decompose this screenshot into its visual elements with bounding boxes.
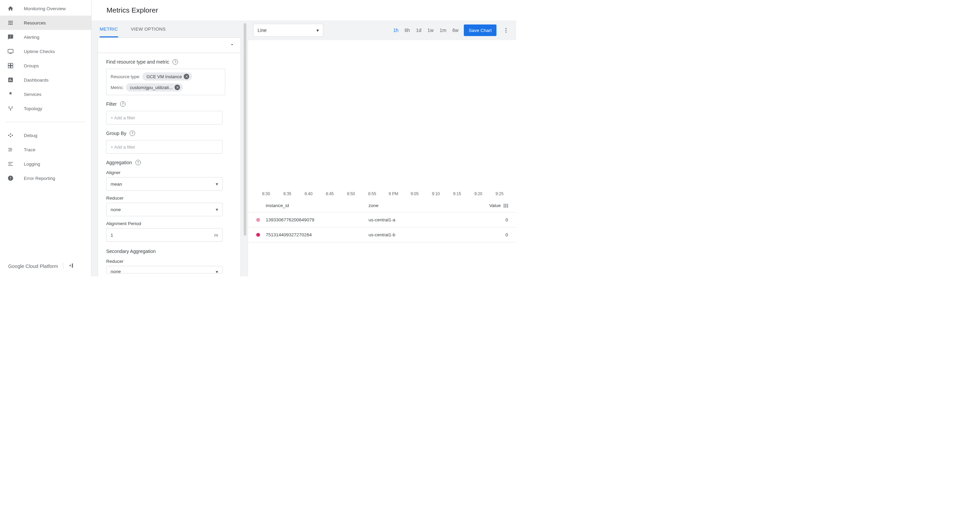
aligner-select[interactable]: mean ▾ xyxy=(106,177,223,191)
sidebar-item-label: Resources xyxy=(24,21,46,25)
col-zone[interactable]: zone xyxy=(369,203,484,208)
groupby-input[interactable]: + Add a filter xyxy=(106,140,223,154)
sidebar-item-label: Topology xyxy=(24,106,42,111)
svg-point-5 xyxy=(506,32,507,33)
config-panel: METRIC VIEW OPTIONS Find resource type a… xyxy=(92,21,243,276)
sidebar-item-label: Groups xyxy=(24,63,39,68)
sidebar-item-alerting[interactable]: Alerting xyxy=(0,30,91,44)
sidebar-item-groups[interactable]: Groups xyxy=(0,59,91,73)
gcp-brand: Google Cloud Platform xyxy=(8,263,58,269)
help-icon[interactable]: ? xyxy=(172,59,178,65)
sidebar-item-topology[interactable]: Topology xyxy=(0,102,91,116)
chevron-up-icon xyxy=(230,42,234,48)
remove-chip-icon[interactable]: ✕ xyxy=(184,74,189,79)
sidebar-footer: Google Cloud Platform xyxy=(0,262,91,276)
sidebar-item-monitoring-overview[interactable]: Monitoring Overview xyxy=(0,2,91,16)
sidebar-item-label: Uptime Checks xyxy=(24,49,55,54)
time-range-1h[interactable]: 1h xyxy=(393,27,398,33)
chevron-down-icon: ▾ xyxy=(216,269,218,273)
sidebar-item-resources[interactable]: Resources xyxy=(0,16,91,30)
aligner-label: Aligner xyxy=(106,170,232,175)
svg-point-2 xyxy=(10,109,11,111)
time-range-1w[interactable]: 1w xyxy=(427,27,434,33)
sidebar-item-error-reporting[interactable]: Error Reporting xyxy=(0,171,91,185)
save-chart-button[interactable]: Save Chart xyxy=(464,24,496,36)
help-icon[interactable]: ? xyxy=(135,160,141,165)
secondary-reducer-select[interactable]: none ▾ xyxy=(106,266,223,273)
divider xyxy=(5,122,86,122)
secondary-reducer-label: Reducer xyxy=(106,259,232,264)
secondary-aggregation-label: Secondary Aggregation xyxy=(106,249,232,254)
help-icon[interactable]: ? xyxy=(130,130,135,136)
sidebar-item-services[interactable]: Services xyxy=(0,87,91,102)
sidebar-item-label: Monitoring Overview xyxy=(24,6,66,11)
groupby-label: Group By xyxy=(106,130,126,136)
reducer-select[interactable]: none ▾ xyxy=(106,203,223,216)
svg-point-4 xyxy=(506,30,507,31)
legend-table: instance_id zone Value 13933067762006490… xyxy=(248,199,516,243)
alignment-period-input[interactable]: 1 m xyxy=(106,228,223,242)
more-menu-icon[interactable] xyxy=(501,27,511,33)
metric-label: Metric: xyxy=(111,85,124,90)
find-metric-label: Find resource type and metric xyxy=(106,59,169,65)
sidebar-item-debug[interactable]: Debug xyxy=(0,128,91,143)
alignment-period-label: Alignment Period xyxy=(106,221,232,226)
collapse-sidebar-icon[interactable] xyxy=(68,262,74,270)
card-collapse-toggle[interactable] xyxy=(98,38,240,53)
svg-point-0 xyxy=(8,106,10,108)
sidebar: Monitoring Overview Resources Alerting U… xyxy=(0,0,92,276)
chevron-down-icon: ▾ xyxy=(216,207,218,212)
sidebar-item-label: Dashboards xyxy=(24,78,49,82)
filter-label: Filter xyxy=(106,102,117,107)
help-icon[interactable]: ? xyxy=(120,102,126,107)
series-color-dot xyxy=(256,218,260,222)
columns-icon[interactable] xyxy=(504,204,508,208)
legend-row[interactable]: 1393306776200649079 us-central1-a 0 xyxy=(248,212,516,227)
chevron-down-icon: ▾ xyxy=(216,181,218,187)
legend-row[interactable]: 751314409327270264 us-central1-b 0 xyxy=(248,227,516,243)
alert-icon xyxy=(8,34,24,40)
sidebar-item-label: Logging xyxy=(24,162,40,167)
scrollbar-thumb[interactable] xyxy=(243,23,247,236)
chart-type-select[interactable]: Line ▾ xyxy=(253,24,323,37)
debug-icon xyxy=(8,132,24,138)
trace-icon xyxy=(8,146,24,153)
page-title: Metrics Explorer xyxy=(92,0,516,21)
monitor-icon xyxy=(8,48,24,54)
col-value[interactable]: Value xyxy=(489,203,501,208)
aggregation-label: Aggregation xyxy=(106,160,132,165)
metric-chip: custom/gpu_utilizati... ✕ xyxy=(126,83,183,92)
chart-x-axis: 8:30 8:35 8:40 8:45 8:50 8:55 9 PM 9:05 … xyxy=(248,192,516,199)
time-range-1m[interactable]: 1m xyxy=(440,27,446,33)
sidebar-item-trace[interactable]: Trace xyxy=(0,143,91,157)
home-icon xyxy=(8,5,24,11)
main: Metrics Explorer METRIC VIEW OPTIONS Fin… xyxy=(92,0,516,276)
sidebar-item-uptime-checks[interactable]: Uptime Checks xyxy=(0,44,91,59)
chart-plot-area[interactable]: 8:30 8:35 8:40 8:45 8:50 8:55 9 PM 9:05 … xyxy=(248,40,516,199)
chart-panel: Line ▾ 1h 6h 1d 1w 1m 6w Save Chart xyxy=(248,21,516,276)
topology-icon xyxy=(8,105,24,111)
tab-view-options[interactable]: VIEW OPTIONS xyxy=(131,27,166,37)
series-color-dot xyxy=(256,233,260,237)
svg-point-1 xyxy=(11,106,13,108)
col-instance-id[interactable]: instance_id xyxy=(256,203,369,208)
resource-metric-input[interactable]: Resource type: GCE VM Instance ✕ Metric:… xyxy=(106,69,225,95)
svg-point-3 xyxy=(506,28,507,29)
error-icon xyxy=(8,175,24,181)
tab-metric[interactable]: METRIC xyxy=(100,27,118,37)
remove-chip-icon[interactable]: ✕ xyxy=(175,85,180,90)
chevron-down-icon: ▾ xyxy=(317,27,319,33)
sidebar-item-label: Services xyxy=(24,92,41,97)
services-icon xyxy=(8,91,24,97)
resource-type-chip: GCE VM Instance ✕ xyxy=(142,73,192,81)
time-range-1d[interactable]: 1d xyxy=(416,27,422,33)
sidebar-item-dashboards[interactable]: Dashboards xyxy=(0,73,91,87)
sidebar-item-label: Debug xyxy=(24,133,37,138)
filter-input[interactable]: + Add a filter xyxy=(106,111,223,124)
sidebar-item-logging[interactable]: Logging xyxy=(0,157,91,171)
logging-icon xyxy=(8,161,24,167)
dashboard-icon xyxy=(8,77,24,83)
time-range-6h[interactable]: 6h xyxy=(404,27,410,33)
time-range-6w[interactable]: 6w xyxy=(453,27,459,33)
reducer-label: Reducer xyxy=(106,195,232,201)
